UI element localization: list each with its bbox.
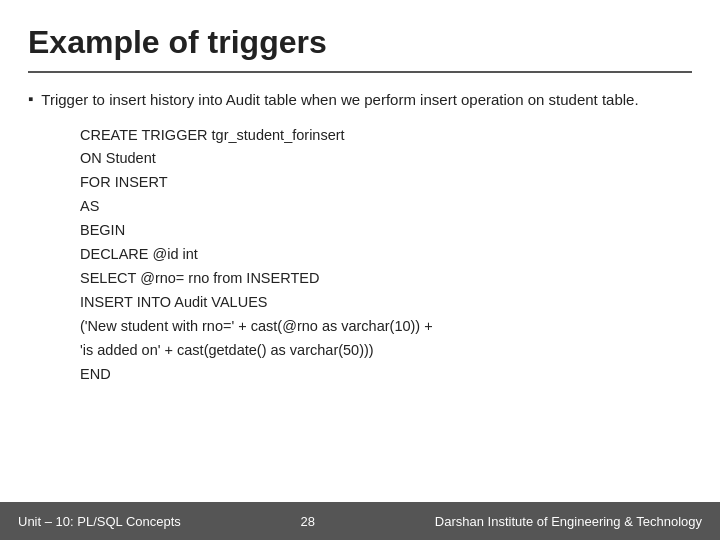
code-line: ('New student with rno=' + cast(@rno as …: [80, 315, 692, 339]
bullet-item: ▪ Trigger to insert history into Audit t…: [28, 89, 692, 112]
code-block: CREATE TRIGGER tgr_student_forinsertON S…: [80, 124, 692, 387]
title-divider: [28, 71, 692, 73]
main-content: Example of triggers ▪ Trigger to insert …: [0, 0, 720, 540]
code-line: AS: [80, 195, 692, 219]
code-line: FOR INSERT: [80, 171, 692, 195]
code-line: END: [80, 363, 692, 387]
code-line: ON Student: [80, 147, 692, 171]
code-line: INSERT INTO Audit VALUES: [80, 291, 692, 315]
page-title: Example of triggers: [28, 24, 692, 61]
code-line: SELECT @rno= rno from INSERTED: [80, 267, 692, 291]
footer-page-number: 28: [301, 514, 315, 529]
code-line: BEGIN: [80, 219, 692, 243]
footer-right: Darshan Institute of Engineering & Techn…: [435, 514, 702, 529]
footer-left: Unit – 10: PL/SQL Concepts: [18, 514, 181, 529]
bullet-symbol: ▪: [28, 90, 33, 112]
footer: Unit – 10: PL/SQL Concepts 28 Darshan In…: [0, 502, 720, 540]
code-line: DECLARE @id int: [80, 243, 692, 267]
code-line: 'is added on' + cast(getdate() as varcha…: [80, 339, 692, 363]
bullet-text: Trigger to insert history into Audit tab…: [41, 89, 638, 112]
code-line: CREATE TRIGGER tgr_student_forinsert: [80, 124, 692, 148]
